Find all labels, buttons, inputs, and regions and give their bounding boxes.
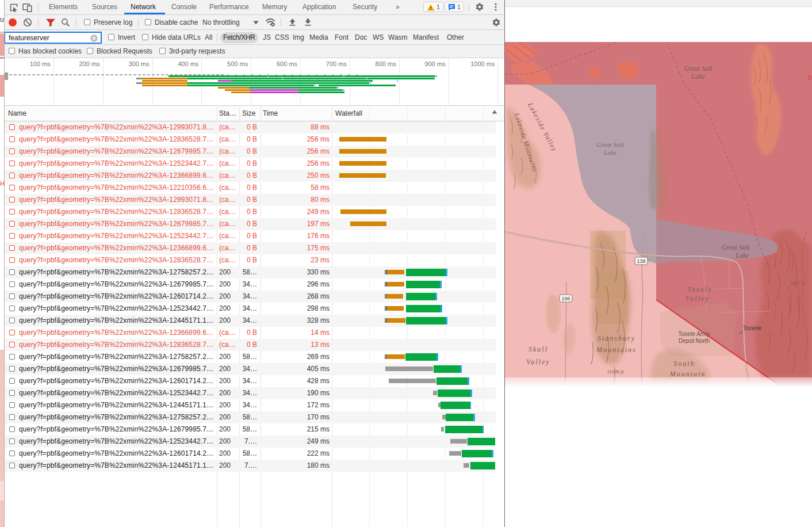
svg-text:D: D xyxy=(807,75,811,81)
svg-text:Lake: Lake xyxy=(603,149,617,156)
svg-text:Depot North: Depot North xyxy=(679,338,710,344)
svg-text:196: 196 xyxy=(561,296,570,301)
svg-text:Mountain: Mountain xyxy=(669,370,706,378)
svg-text:9337 ft: 9337 ft xyxy=(790,280,805,286)
svg-text:Great Salt: Great Salt xyxy=(684,64,713,72)
svg-text:Great Salt: Great Salt xyxy=(721,243,750,251)
svg-text:Tooele: Tooele xyxy=(687,285,713,293)
svg-text:Stansbury: Stansbury xyxy=(597,334,635,342)
svg-text:Lake: Lake xyxy=(691,72,705,81)
svg-text:South: South xyxy=(673,360,695,368)
svg-text:Tooele: Tooele xyxy=(743,324,761,331)
svg-text:Skull: Skull xyxy=(528,345,548,353)
svg-text:Valley: Valley xyxy=(685,295,709,303)
svg-text:138: 138 xyxy=(637,258,645,264)
svg-text:Great Salt: Great Salt xyxy=(596,141,625,148)
svg-text:Mountains: Mountains xyxy=(596,346,636,354)
svg-text:11006 ft: 11006 ft xyxy=(607,369,624,375)
svg-text:Valley: Valley xyxy=(526,358,550,366)
svg-text:Lake: Lake xyxy=(735,251,749,259)
